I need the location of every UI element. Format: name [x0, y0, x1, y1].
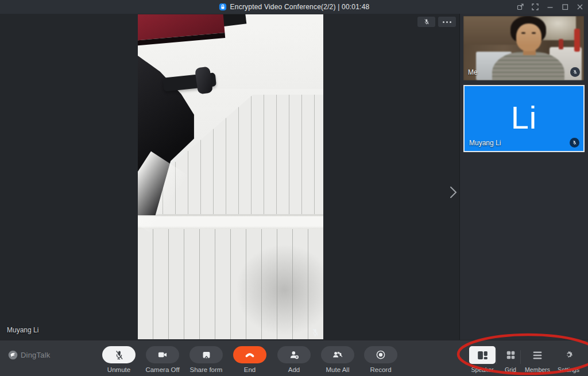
title-bar: Encrypted Video Conference(2/2) | 00:01:… — [0, 0, 588, 14]
camera-off-button[interactable]: Camera Off — [141, 346, 184, 373]
end-call-button[interactable]: End — [228, 346, 272, 373]
speaker-mic-muted-icon — [311, 328, 320, 337]
form-icon — [201, 350, 212, 361]
popout-icon[interactable] — [516, 3, 524, 11]
dingtalk-conference-window: Encrypted Video Conference(2/2) | 00:01:… — [0, 0, 588, 376]
add-participant-button[interactable]: Add — [272, 346, 316, 373]
muyang-li-mic-muted-icon — [570, 138, 579, 148]
record-button[interactable]: Record — [359, 346, 403, 373]
dingtalk-logo-icon — [8, 350, 18, 360]
stage-mute-indicator-button[interactable] — [417, 17, 435, 27]
dingtalk-brand: DingTalk — [8, 350, 50, 360]
active-speaker-video[interactable] — [138, 14, 323, 339]
me-video-scene — [463, 16, 584, 80]
close-icon[interactable] — [576, 3, 583, 11]
more-icon — [443, 21, 444, 23]
hangup-icon — [243, 348, 256, 361]
participant-tile-muyang-li[interactable]: Li Muyang Li — [463, 85, 585, 152]
active-speaker-name: Muyang Li — [7, 326, 38, 334]
mute-all-icon — [332, 349, 343, 361]
members-button[interactable]: Members — [521, 346, 554, 373]
end-label: End — [244, 366, 256, 373]
participants-sidebar: Me Li Muyang Li — [459, 14, 588, 340]
stage-more-options-button[interactable] — [438, 17, 456, 27]
members-list-icon — [532, 350, 543, 361]
speaker-view-icon — [477, 350, 489, 361]
grid-view-button[interactable]: Grid — [498, 346, 523, 373]
mute-all-button[interactable]: Mute All — [316, 346, 359, 373]
participant-name-muyang-li: Muyang Li — [469, 139, 501, 147]
settings-button[interactable]: Settings — [554, 346, 583, 373]
fullscreen-icon[interactable] — [531, 3, 539, 11]
speaker-view-label: Speaker — [471, 366, 493, 373]
window-title: Encrypted Video Conference(2/2) | 00:01:… — [230, 3, 370, 11]
avatar-initial: Li — [465, 98, 583, 135]
toolbar-divider — [496, 350, 497, 364]
me-mic-muted-icon — [570, 67, 580, 77]
brand-label: DingTalk — [21, 351, 50, 359]
record-label: Record — [370, 366, 391, 373]
record-icon — [375, 349, 386, 361]
members-label: Members — [525, 366, 550, 373]
unmute-label: Unmute — [107, 366, 130, 373]
mute-all-label: Mute All — [326, 366, 350, 373]
participant-name-me: Me — [468, 68, 478, 76]
encrypted-lock-icon — [219, 3, 227, 11]
mic-muted-icon — [114, 350, 125, 361]
main-video-stage: Muyang Li — [0, 14, 459, 340]
camera-off-label: Camera Off — [145, 366, 179, 373]
person-add-icon — [289, 350, 300, 361]
bottom-toolbar: DingTalk Unmute — [0, 340, 588, 376]
minimize-icon[interactable] — [546, 3, 554, 11]
add-label: Add — [288, 366, 300, 373]
grid-view-icon — [505, 350, 516, 361]
speaker-view-button[interactable]: Speaker — [467, 346, 497, 373]
settings-label: Settings — [558, 366, 579, 373]
unmute-button[interactable]: Unmute — [97, 346, 141, 373]
participant-tile-me[interactable]: Me — [463, 16, 584, 80]
camera-icon — [157, 349, 168, 361]
grid-view-label: Grid — [505, 366, 516, 373]
collapse-sidebar-chevron[interactable] — [447, 183, 459, 202]
share-form-label: Share form — [190, 366, 223, 373]
settings-gear-icon — [563, 350, 574, 361]
toolbar-divider — [520, 350, 521, 364]
ceiling-video-scene — [138, 14, 323, 339]
share-form-button[interactable]: Share form — [184, 346, 228, 373]
maximize-icon[interactable] — [561, 3, 568, 11]
